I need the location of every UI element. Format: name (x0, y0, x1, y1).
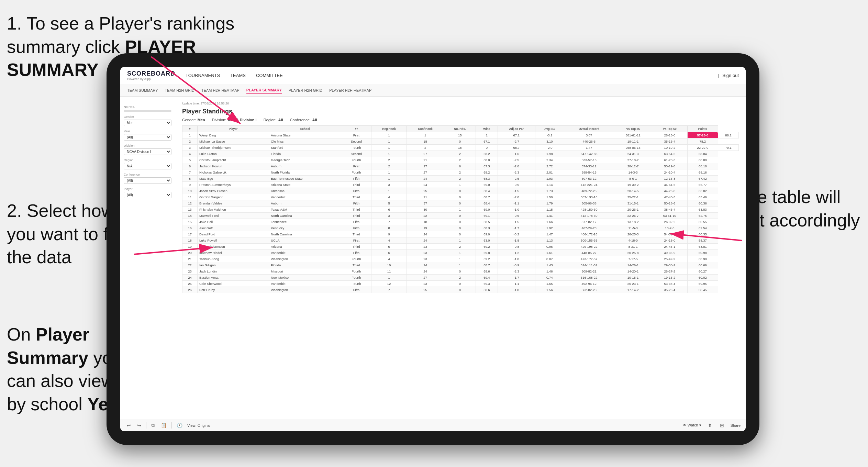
paste-btn[interactable]: 📋 (159, 422, 168, 429)
watch-label[interactable]: 👁 Watch ▾ (683, 423, 701, 427)
table-cell: 381-61-11 (614, 132, 652, 138)
table-cell: 4 (371, 237, 407, 244)
table-cell: 69.2 (476, 256, 498, 262)
no-rds-label: No Rds. (124, 105, 171, 109)
table-cell: 2 (182, 138, 198, 145)
table-cell: First (341, 163, 371, 169)
col-avg-sg: Avg SG (535, 126, 564, 132)
table-cell: 412-221-24 (564, 182, 614, 188)
table-cell: -1.1 (498, 281, 535, 287)
table-cell: 0 (444, 138, 476, 145)
player-select[interactable]: (All) (124, 192, 171, 198)
table-cell: 63.49 (687, 194, 718, 200)
table-cell: Washington (269, 256, 341, 262)
table-cell: 58.37 (687, 237, 718, 244)
table-cell: 1.66 (535, 219, 564, 225)
table-cell: 66.77 (687, 182, 718, 188)
gender-select[interactable]: Men (124, 120, 171, 126)
conference-filter: Conference: All (290, 118, 317, 122)
table-row: 12Brendan ValdesAuburnFifth537068.4-1.11… (182, 200, 739, 207)
nav-links: TOURNAMENTS TEAMS COMMITTEE (186, 71, 718, 79)
copy-btn[interactable]: ⧉ (150, 422, 156, 429)
division-select[interactable]: NCAA Division I (124, 148, 171, 155)
table-cell: 30 (407, 207, 444, 213)
nav-right: | Sign out (718, 71, 739, 79)
nav-link-committee[interactable]: COMMITTEE (256, 71, 283, 79)
region-filter-value: All (278, 118, 283, 122)
table-row: 25Cole SherwoodVanderbiltFourth1223069.3… (182, 281, 739, 287)
table-row: 1Wenyi DingArizona StateFirst1115167.1-3… (182, 132, 739, 138)
table-cell: 1.14 (535, 182, 564, 188)
undo-btn[interactable]: ↩ (125, 422, 132, 429)
table-cell: 1.92 (535, 225, 564, 231)
redo-btn[interactable]: ↪ (136, 422, 143, 429)
region-select[interactable]: N/A (124, 163, 171, 169)
table-cell: -0.8 (498, 244, 535, 250)
table-cell: 440-26-6 (564, 138, 614, 145)
table-cell: 24 (407, 268, 444, 275)
table-cell: 473-177-57 (564, 256, 614, 262)
logo-sub: Powered by clippi (127, 77, 175, 81)
year-select[interactable]: (All) (124, 134, 171, 141)
table-row: 23Jack LundinMissouriFourth1124068.6-2.3… (182, 268, 739, 275)
view-label: View: Original (187, 423, 211, 427)
table-cell: 5 (371, 200, 407, 207)
conference-select[interactable]: (All) (124, 177, 171, 184)
sub-nav-team-h2h-heatmap[interactable]: TEAM H2H HEATMAP (201, 87, 240, 94)
table-cell: 1.61 (535, 250, 564, 256)
table-cell: 15 (444, 132, 476, 138)
sub-nav-team-summary[interactable]: TEAM SUMMARY (127, 87, 158, 94)
table-cell: Fifth (341, 200, 371, 207)
table-cell: North Florida (269, 169, 341, 176)
share-icon[interactable]: ⬆ (706, 422, 713, 429)
sub-nav-player-h2h-grid[interactable]: PLAYER H2H GRID (289, 87, 322, 94)
table-cell: 68.7 (476, 194, 498, 200)
table-cell: 428-150-30 (564, 207, 614, 213)
table-cell: Cole Sherwood (197, 281, 269, 287)
table-cell: 1 (371, 138, 407, 145)
table-cell: 54-51-4 (652, 231, 687, 237)
table-cell: 14 (182, 213, 198, 219)
clock-btn[interactable]: 🕐 (175, 422, 184, 429)
sub-nav-team-h2h-grid[interactable]: TEAM H2H GRID (165, 87, 194, 94)
bottom-toolbar: ↩ ↪ ⧉ 📋 🕐 View: Original 👁 Watch ▾ ⬆ ⊞ S… (120, 419, 746, 431)
table-cell: 10 (371, 262, 407, 268)
table-cell: 59.95 (687, 281, 718, 287)
toolbar-divider-2 (171, 422, 172, 429)
table-cell: 2 (444, 244, 476, 250)
table-row: 15Jake HallTennesseeFifth718068.5-1.51.6… (182, 219, 739, 225)
table-cell: 67.42 (687, 176, 718, 182)
sub-nav-player-summary[interactable]: PLAYER SUMMARY (246, 87, 282, 94)
table-cell: 3 (182, 145, 198, 151)
nav-link-teams[interactable]: TEAMS (230, 71, 246, 79)
table-row: 17David FordNorth CarolinaThird924069.0-… (182, 231, 739, 237)
table-cell: 1 (444, 237, 476, 244)
table-cell: 13 (182, 207, 198, 213)
table-cell: 27-10-2 (614, 157, 652, 163)
table-cell: Jackson Koivun (197, 163, 269, 169)
grid-icon[interactable]: ⊞ (719, 422, 725, 429)
table-cell: 69.0 (476, 231, 498, 237)
gender-label: Gender (124, 115, 171, 119)
table-cell: 0 (444, 194, 476, 200)
table-cell: 1 (371, 188, 407, 194)
table-cell: 24 (407, 262, 444, 268)
nav-link-tournaments[interactable]: TOURNAMENTS (186, 71, 220, 79)
table-cell: 7 (182, 169, 198, 176)
table-cell: 19-39-2 (614, 182, 652, 188)
table-cell: 61-20-3 (652, 157, 687, 163)
conference-filter-value: All (312, 118, 317, 122)
sub-nav-player-h2h-heatmap[interactable]: PLAYER H2H HEATMAP (329, 87, 371, 94)
table-cell: 25-42-9 (652, 256, 687, 262)
sign-out-link[interactable]: Sign out (722, 71, 739, 79)
table-cell: 3 (371, 182, 407, 188)
table-cell: 2 (444, 151, 476, 157)
table-cell: 26-23-1 (614, 281, 652, 287)
share-label[interactable]: Share (731, 423, 741, 427)
table-cell: First (341, 237, 371, 244)
table-cell: Florida (269, 262, 341, 268)
table-cell: 35-16-4 (652, 138, 687, 145)
table-row: 19Tiger ChristensenArizonaThird523269.2-… (182, 244, 739, 250)
no-rds-slider[interactable] (124, 110, 171, 112)
table-cell: Fourth (341, 145, 371, 151)
